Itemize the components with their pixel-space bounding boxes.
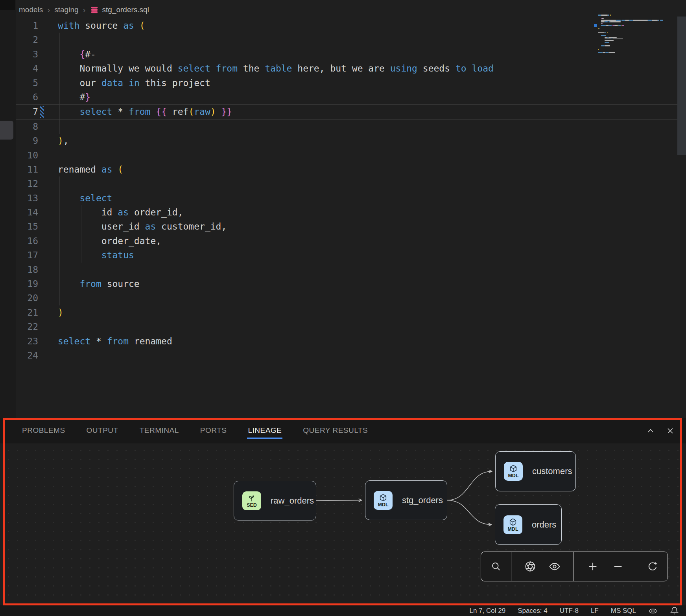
- breadcrumb-item-models[interactable]: models: [19, 6, 43, 14]
- code-line[interactable]: 7 select * from {{ ref(raw) }}: [16, 104, 686, 119]
- minimap-line: [601, 20, 616, 21]
- breadcrumb: models › staging › stg_orders.sql: [19, 0, 149, 20]
- code-line[interactable]: 17 status: [16, 248, 686, 262]
- minimap-line: [609, 52, 615, 53]
- lineage-node-raw_orders[interactable]: SEDraw_orders: [234, 481, 316, 520]
- code-line[interactable]: 5 our data in this project: [16, 76, 686, 90]
- editor-scrollbar[interactable]: [677, 17, 686, 155]
- minimap-line: [648, 20, 652, 21]
- minimap-line: [652, 20, 658, 21]
- breadcrumb-item-file[interactable]: stg_orders.sql: [90, 6, 149, 14]
- lineage-node-stg_orders[interactable]: MDLstg_orders: [365, 480, 447, 520]
- cube-badge: MDL: [504, 462, 523, 481]
- tab-lineage[interactable]: LINEAGE: [247, 423, 282, 439]
- minimap-line: [622, 25, 624, 26]
- minimap-line: [599, 28, 599, 29]
- minimap-line: [598, 52, 603, 53]
- node-label: orders: [532, 520, 556, 530]
- code-line[interactable]: 24: [16, 348, 686, 362]
- minimap-line: [602, 18, 603, 19]
- refresh-icon[interactable]: [647, 561, 658, 572]
- sash-handle[interactable]: [0, 121, 13, 140]
- lineage-node-customers[interactable]: MDLcustomers: [495, 451, 576, 491]
- minimap-line: [605, 37, 607, 38]
- cube-icon: [509, 464, 518, 473]
- cube-badge: MDL: [374, 491, 393, 510]
- tab-ports[interactable]: PORTS: [199, 423, 228, 439]
- minimap-line: [609, 25, 612, 26]
- code-line[interactable]: 18: [16, 263, 686, 277]
- minimap[interactable]: [594, 15, 673, 58]
- line-number: 23: [16, 334, 38, 348]
- eye-icon[interactable]: [549, 561, 561, 572]
- code-line[interactable]: 20: [16, 291, 686, 305]
- code-line[interactable]: 13 select: [16, 191, 686, 205]
- line-number: 1: [16, 18, 38, 33]
- code-line[interactable]: 16 order_date,: [16, 234, 686, 248]
- minimap-line: [602, 23, 603, 24]
- minimap-line: [610, 15, 611, 16]
- search-icon[interactable]: [491, 561, 502, 572]
- badge-label: MDL: [378, 502, 388, 508]
- code-line[interactable]: 12: [16, 177, 686, 191]
- code-line[interactable]: 14 id as order_id,: [16, 205, 686, 219]
- zoom-out-icon[interactable]: [612, 561, 624, 572]
- minimap-line: [610, 21, 621, 22]
- line-number: 20: [16, 291, 38, 305]
- code-line[interactable]: 15 user_id as customer_id,: [16, 219, 686, 234]
- close-icon[interactable]: [666, 426, 675, 436]
- copilot-icon[interactable]: [648, 606, 658, 616]
- code-line[interactable]: 11renamed as (: [16, 162, 686, 177]
- code-line[interactable]: 3 {#-: [16, 47, 686, 61]
- chevron-up-icon[interactable]: [646, 426, 655, 436]
- line-number: 15: [16, 219, 38, 234]
- node-label: raw_orders: [271, 496, 314, 506]
- minimap-line: [598, 32, 605, 33]
- node-label: customers: [532, 466, 572, 476]
- minimap-line: [598, 15, 601, 16]
- minimap-line: [660, 20, 663, 21]
- code-line[interactable]: 22: [16, 320, 686, 334]
- code-line[interactable]: 9),: [16, 134, 686, 148]
- lineage-node-orders[interactable]: MDLorders: [495, 504, 562, 545]
- tab-problems[interactable]: PROBLEMS: [21, 423, 66, 439]
- bell-icon[interactable]: [670, 606, 679, 615]
- status-spaces-4[interactable]: Spaces: 4: [518, 607, 548, 615]
- code-line[interactable]: 6 #}: [16, 90, 686, 104]
- seedling-icon: [247, 494, 256, 502]
- zoom-in-icon[interactable]: [587, 561, 599, 572]
- line-number: 16: [16, 234, 38, 248]
- minimap-line: [621, 25, 621, 26]
- minimap-line: [601, 45, 604, 46]
- aperture-icon[interactable]: [524, 561, 536, 572]
- status-ms-sql[interactable]: MS SQL: [611, 607, 636, 615]
- indent-guide: [59, 33, 60, 47]
- code-line[interactable]: 4 Normally we would select from the tabl…: [16, 61, 686, 75]
- line-number: 11: [16, 162, 38, 177]
- toolbar-cell: [511, 552, 574, 581]
- status-lf[interactable]: LF: [591, 607, 599, 615]
- minimap-line: [612, 25, 614, 26]
- breadcrumb-item-staging[interactable]: staging: [54, 6, 78, 14]
- tab-output[interactable]: OUTPUT: [86, 423, 119, 439]
- code-editor[interactable]: 1with source as (23 {#-4 Normally we wou…: [16, 18, 686, 362]
- minimap-line: [601, 25, 606, 26]
- code-line[interactable]: 8: [16, 120, 686, 134]
- code-line[interactable]: 2: [16, 33, 686, 47]
- code-line[interactable]: 23select * from renamed: [16, 334, 686, 348]
- minimap-line: [605, 52, 609, 53]
- line-number: 22: [16, 320, 38, 334]
- chevron-right-icon: ›: [83, 5, 86, 15]
- code-line[interactable]: 19 from source: [16, 277, 686, 291]
- tab-query-results[interactable]: QUERY RESULTS: [302, 423, 369, 439]
- line-number: 6: [16, 90, 38, 104]
- code-line[interactable]: 10: [16, 148, 686, 162]
- code-line[interactable]: 21): [16, 305, 686, 320]
- minimap-line: [629, 20, 633, 21]
- code-line[interactable]: 1with source as (: [16, 18, 686, 33]
- status-utf-8[interactable]: UTF-8: [560, 607, 579, 615]
- modified-line-marker: [40, 106, 44, 118]
- minimap-line: [601, 21, 604, 22]
- status-ln-7-col-29[interactable]: Ln 7, Col 29: [469, 607, 505, 615]
- tab-terminal[interactable]: TERMINAL: [139, 423, 180, 439]
